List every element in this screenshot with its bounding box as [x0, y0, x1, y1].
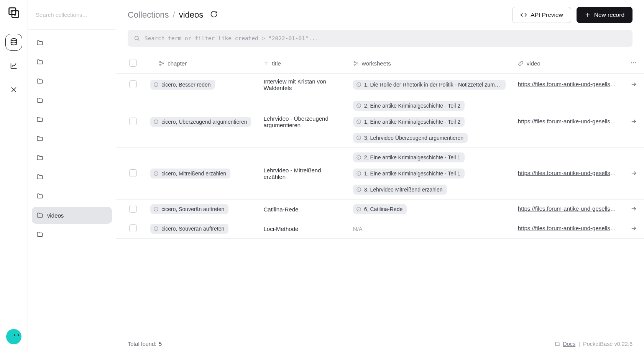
sidebar-item[interactable]: [32, 130, 112, 147]
chip-label: 3, Lehrvideo Mitreißend erzählen: [364, 187, 443, 193]
info-icon: [356, 135, 361, 141]
col-header-chapter[interactable]: chapter: [144, 54, 257, 74]
relation-chip[interactable]: 1, Eine antike Kriminalgeschichte - Teil…: [353, 117, 465, 127]
relation-chip[interactable]: 2, Eine antike Kriminalgeschichte - Teil…: [353, 152, 465, 162]
relation-chip[interactable]: cicero, Souverän auftreten: [150, 204, 228, 214]
svg-point-8: [159, 64, 161, 65]
folder-icon: [36, 59, 43, 65]
tools-icon: [10, 86, 18, 93]
sidebar-item[interactable]: [32, 149, 112, 166]
records-table: chapter title worksheets: [116, 54, 644, 239]
sidebar-item[interactable]: [32, 54, 112, 70]
row-checkbox[interactable]: [129, 118, 137, 125]
docs-link[interactable]: Docs: [555, 341, 575, 347]
open-row-arrow[interactable]: [624, 200, 644, 219]
relation-chip[interactable]: cicero, Besser reden: [150, 80, 215, 90]
worksheets-cell: 6, Catilina-Rede: [347, 200, 512, 219]
video-link[interactable]: https://files.forum-antike-und-gesellsch…: [518, 170, 618, 176]
open-row-arrow[interactable]: [624, 74, 644, 96]
relation-icon: [353, 61, 359, 66]
sidebar-item[interactable]: [32, 188, 112, 205]
svg-text:B: B: [14, 13, 16, 17]
video-cell: https://files.forum-antike-und-gesellsch…: [512, 200, 624, 219]
col-select-all: [116, 54, 144, 74]
select-all-checkbox[interactable]: [129, 59, 137, 67]
sidebar-item[interactable]: [32, 73, 112, 90]
nav-logs[interactable]: [5, 57, 22, 74]
worksheets-cell: N/A: [347, 219, 512, 239]
row-checkbox[interactable]: [129, 205, 137, 213]
new-record-button[interactable]: New record: [577, 7, 632, 23]
relation-chip[interactable]: 3, Lehrvideo Überzeugend argumentieren: [353, 133, 468, 143]
filter-input[interactable]: [145, 35, 626, 41]
table-row[interactable]: cicero, Besser redenInterview mit Krista…: [116, 74, 644, 96]
nav-settings[interactable]: [5, 81, 22, 98]
collections-list: videos: [28, 30, 116, 352]
svg-point-5: [135, 36, 138, 40]
table-row[interactable]: cicero, Souverän auftretenLoci-MethodeN/…: [116, 219, 644, 239]
info-icon: [356, 155, 361, 160]
row-checkbox[interactable]: [129, 224, 137, 232]
relation-chip[interactable]: cicero, Souverän auftreten: [150, 224, 228, 234]
relation-chip[interactable]: 1, Eine antike Kriminalgeschichte - Teil…: [353, 169, 465, 178]
relation-chip[interactable]: cicero, Mitreißend erzählen: [150, 169, 230, 178]
col-header-title[interactable]: title: [257, 54, 347, 74]
breadcrumb-root[interactable]: Collections: [128, 10, 169, 20]
col-header-video[interactable]: video: [512, 54, 624, 74]
collections-sidebar: videos: [28, 0, 116, 352]
main-panel: Collections / videos API Preview New rec…: [116, 0, 644, 352]
video-link[interactable]: https://files.forum-antike-und-gesellsch…: [518, 225, 618, 231]
sidebar-item-videos[interactable]: videos: [32, 207, 112, 224]
table-row[interactable]: cicero, Mitreißend erzählenLehrvideo - M…: [116, 148, 644, 200]
title-cell: Lehrvideo - Überzeugend argumentieren: [257, 96, 347, 148]
sidebar-search-wrap: [28, 0, 116, 30]
open-row-arrow[interactable]: [624, 219, 644, 239]
refresh-button[interactable]: [210, 10, 218, 20]
book-icon: [555, 341, 560, 347]
video-cell: https://files.forum-antike-und-gesellsch…: [512, 219, 624, 239]
filter-bar: [116, 30, 644, 54]
folder-icon: [36, 116, 43, 123]
col-header-more[interactable]: [624, 54, 644, 74]
row-checkbox[interactable]: [129, 169, 137, 177]
row-checkbox[interactable]: [129, 80, 137, 88]
open-row-arrow[interactable]: [624, 96, 644, 148]
info-icon: [153, 171, 159, 176]
video-link[interactable]: https://files.forum-antike-und-gesellsch…: [518, 81, 618, 87]
folder-icon: [36, 212, 43, 219]
breadcrumb-separator: /: [173, 10, 175, 20]
svg-point-11: [354, 64, 355, 65]
relation-chip[interactable]: cicero, Überzeugend argumentieren: [150, 117, 251, 127]
sidebar-item[interactable]: [32, 169, 112, 185]
video-link[interactable]: https://files.forum-antike-und-gesellsch…: [518, 205, 618, 212]
sidebar-search-input[interactable]: [36, 11, 108, 18]
filter-input-wrap[interactable]: [128, 30, 632, 47]
video-link[interactable]: https://files.forum-antike-und-gesellsch…: [518, 118, 618, 124]
info-icon: [153, 119, 159, 124]
table-wrap: chapter title worksheets: [116, 54, 644, 336]
user-avatar[interactable]: [6, 329, 21, 344]
version-label: PocketBase v0.22.6: [583, 341, 632, 347]
nav-collections[interactable]: [5, 34, 22, 51]
info-icon: [356, 103, 361, 108]
col-header-worksheets[interactable]: worksheets: [347, 54, 512, 74]
folder-icon: [36, 193, 43, 200]
relation-chip[interactable]: 3, Lehrvideo Mitreißend erzählen: [353, 185, 447, 195]
chapter-cell: cicero, Souverän auftreten: [144, 219, 257, 239]
breadcrumb: Collections / videos: [128, 10, 203, 20]
relation-chip[interactable]: 2, Eine antike Kriminalgeschichte - Teil…: [353, 101, 465, 111]
table-row[interactable]: cicero, Souverän auftretenCatilina-Rede6…: [116, 200, 644, 219]
sidebar-item[interactable]: [32, 92, 112, 109]
api-preview-button[interactable]: API Preview: [512, 7, 571, 23]
open-row-arrow[interactable]: [624, 148, 644, 200]
sidebar-item[interactable]: [32, 226, 112, 243]
svg-point-10: [357, 63, 358, 64]
more-horizontal-icon: [630, 59, 637, 66]
sidebar-item[interactable]: [32, 34, 112, 51]
sidebar-item[interactable]: [32, 111, 112, 128]
relation-chip[interactable]: 6, Catilina-Rede: [353, 204, 407, 214]
table-row[interactable]: cicero, Überzeugend argumentierenLehrvid…: [116, 96, 644, 148]
svg-point-7: [163, 63, 164, 64]
row-select-cell: [116, 219, 144, 239]
relation-chip[interactable]: 1, Die Rolle der Rhetorik in der Politik…: [353, 80, 506, 90]
